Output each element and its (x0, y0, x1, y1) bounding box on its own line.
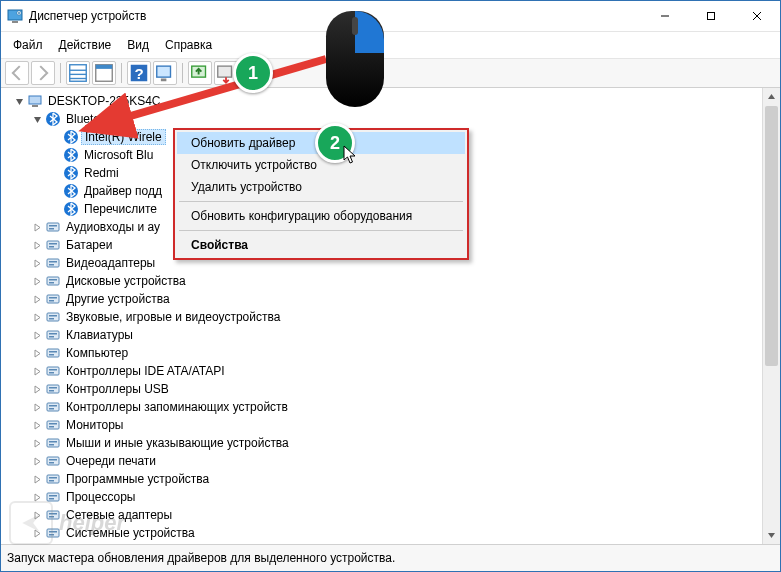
tree-category[interactable]: Мыши и иные указывающие устройства (31, 434, 760, 452)
chevron-right-icon[interactable] (31, 401, 43, 413)
tree-category[interactable]: Программные устройства (31, 470, 760, 488)
svg-rect-68 (49, 441, 57, 443)
category-bluetooth[interactable]: Bluetooth (31, 110, 760, 128)
device-category-icon (45, 309, 61, 325)
chevron-down-icon[interactable] (13, 95, 25, 107)
chevron-down-icon[interactable] (31, 113, 43, 125)
svg-rect-61 (47, 403, 59, 411)
category-label: Контроллеры IDE ATA/ATAPI (63, 364, 228, 378)
chevron-right-icon[interactable] (31, 455, 43, 467)
device-label: Драйвер подд (81, 184, 165, 198)
svg-text:?: ? (134, 65, 143, 82)
chevron-right-icon[interactable] (31, 365, 43, 377)
toolbar-back[interactable] (5, 61, 29, 85)
chevron-right-icon[interactable] (31, 275, 43, 287)
bluetooth-icon (63, 201, 79, 217)
tree-category[interactable]: Звуковые, игровые и видеоустройства (31, 308, 760, 326)
vertical-scrollbar[interactable] (762, 88, 780, 544)
svg-rect-72 (49, 462, 54, 464)
svg-rect-48 (49, 318, 54, 320)
chevron-right-icon[interactable] (31, 311, 43, 323)
category-label: Контроллеры запоминающих устройств (63, 400, 291, 414)
chevron-right-icon[interactable] (31, 257, 43, 269)
category-label: Видеоадаптеры (63, 256, 158, 270)
menu-view[interactable]: Вид (121, 36, 155, 54)
status-text: Запуск мастера обновления драйверов для … (7, 551, 395, 565)
svg-rect-31 (47, 223, 59, 231)
tree-category[interactable]: Мониторы (31, 416, 760, 434)
tree-root[interactable]: DESKTOP-225KS4C (13, 92, 760, 110)
bluetooth-icon (63, 129, 79, 145)
scroll-down-arrow[interactable] (763, 527, 780, 544)
device-label: Intel(R) Wirele (81, 129, 166, 145)
scroll-thumb[interactable] (765, 106, 778, 366)
svg-rect-73 (47, 475, 59, 483)
app-icon (7, 8, 23, 24)
window-title: Диспетчер устройств (29, 9, 146, 23)
toolbar-scan[interactable] (153, 61, 177, 85)
svg-rect-39 (49, 264, 54, 266)
svg-rect-47 (49, 315, 57, 317)
svg-rect-44 (49, 297, 57, 299)
toolbar-help[interactable]: ? (127, 61, 151, 85)
toolbar-update-driver[interactable] (188, 61, 212, 85)
chevron-right-icon[interactable] (31, 473, 43, 485)
device-category-icon (45, 291, 61, 307)
tree-category[interactable]: Дисковые устройства (31, 272, 760, 290)
toolbar-forward[interactable] (31, 61, 55, 85)
chevron-right-icon[interactable] (31, 347, 43, 359)
svg-rect-24 (32, 105, 38, 107)
svg-rect-16 (157, 66, 171, 77)
cursor-icon (343, 145, 359, 165)
tree-category[interactable]: Компьютер (31, 344, 760, 362)
svg-rect-77 (49, 495, 57, 497)
chevron-right-icon[interactable] (31, 329, 43, 341)
close-button[interactable] (734, 1, 780, 31)
cm-properties[interactable]: Свойства (177, 234, 465, 256)
chevron-right-icon[interactable] (31, 221, 43, 233)
tree-category[interactable]: Сетевые адаптеры (31, 506, 760, 524)
device-category-icon (45, 255, 61, 271)
device-label: Перечислите (81, 202, 160, 216)
maximize-button[interactable] (688, 1, 734, 31)
svg-rect-46 (47, 313, 59, 321)
chevron-right-icon[interactable] (31, 419, 43, 431)
bluetooth-icon (63, 165, 79, 181)
tree-category[interactable]: Контроллеры IDE ATA/ATAPI (31, 362, 760, 380)
toolbar-details[interactable] (66, 61, 90, 85)
device-label: Redmi (81, 166, 122, 180)
tree-category[interactable]: Устройства HID (Human Interface Devices) (31, 542, 760, 544)
chevron-right-icon[interactable] (31, 383, 43, 395)
tree-category[interactable]: Контроллеры запоминающих устройств (31, 398, 760, 416)
toolbar-properties[interactable] (92, 61, 116, 85)
svg-rect-54 (49, 354, 54, 356)
svg-rect-35 (49, 243, 57, 245)
statusbar: Запуск мастера обновления драйверов для … (1, 544, 780, 571)
scroll-up-arrow[interactable] (763, 88, 780, 105)
category-label: Дисковые устройства (63, 274, 189, 288)
tree-category[interactable]: Другие устройства (31, 290, 760, 308)
tree-category[interactable]: Очереди печати (31, 452, 760, 470)
device-category-icon (45, 363, 61, 379)
category-label: Мониторы (63, 418, 126, 432)
chevron-right-icon[interactable] (31, 239, 43, 251)
cm-uninstall-device[interactable]: Удалить устройство (177, 176, 465, 198)
menu-help[interactable]: Справка (159, 36, 218, 54)
svg-rect-34 (47, 241, 59, 249)
svg-rect-75 (49, 480, 54, 482)
category-label: Батареи (63, 238, 115, 252)
chevron-right-icon[interactable] (31, 437, 43, 449)
svg-rect-49 (47, 331, 59, 339)
svg-rect-76 (47, 493, 59, 501)
tree-category[interactable]: Клавиатуры (31, 326, 760, 344)
tree-category[interactable]: Контроллеры USB (31, 380, 760, 398)
menu-action[interactable]: Действие (53, 36, 118, 54)
cm-scan-hardware[interactable]: Обновить конфигурацию оборудования (177, 205, 465, 227)
svg-rect-19 (218, 66, 232, 77)
category-label: Контроллеры USB (63, 382, 172, 396)
tree-category[interactable]: Процессоры (31, 488, 760, 506)
menu-file[interactable]: Файл (7, 36, 49, 54)
tree-category[interactable]: Системные устройства (31, 524, 760, 542)
minimize-button[interactable] (642, 1, 688, 31)
chevron-right-icon[interactable] (31, 293, 43, 305)
